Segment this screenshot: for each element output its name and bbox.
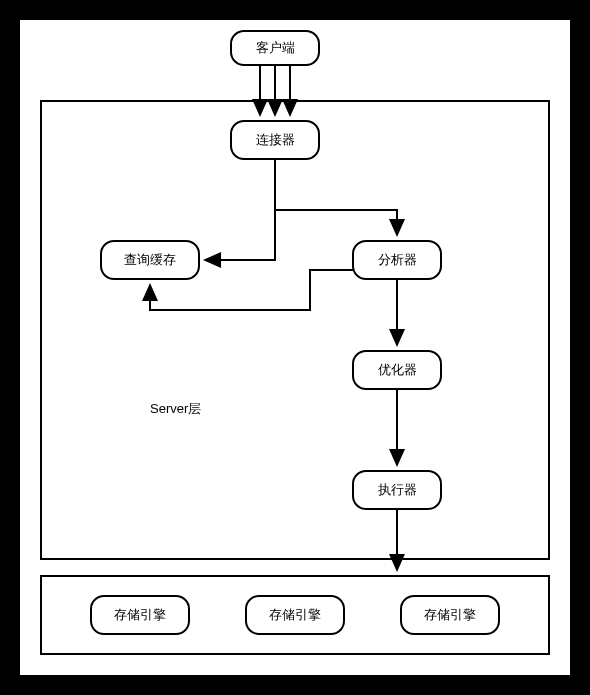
node-engine-3: 存储引擎 xyxy=(400,595,500,635)
node-executor: 执行器 xyxy=(352,470,442,510)
node-connector: 连接器 xyxy=(230,120,320,160)
node-cache-label: 查询缓存 xyxy=(124,251,176,269)
node-optimizer: 优化器 xyxy=(352,350,442,390)
server-layer-box xyxy=(40,100,550,560)
diagram-canvas: 客户端 Server层 连接器 查询缓存 分析器 优化器 执行器 存储引擎 存储… xyxy=(20,20,570,675)
node-executor-label: 执行器 xyxy=(378,481,417,499)
node-engine-1: 存储引擎 xyxy=(90,595,190,635)
node-optimizer-label: 优化器 xyxy=(378,361,417,379)
node-client: 客户端 xyxy=(230,30,320,66)
node-cache: 查询缓存 xyxy=(100,240,200,280)
node-engine-2: 存储引擎 xyxy=(245,595,345,635)
node-engine-1-label: 存储引擎 xyxy=(114,606,166,624)
server-layer-label: Server层 xyxy=(150,400,201,418)
node-analyzer: 分析器 xyxy=(352,240,442,280)
node-connector-label: 连接器 xyxy=(256,131,295,149)
node-engine-2-label: 存储引擎 xyxy=(269,606,321,624)
node-analyzer-label: 分析器 xyxy=(378,251,417,269)
node-client-label: 客户端 xyxy=(256,39,295,57)
node-engine-3-label: 存储引擎 xyxy=(424,606,476,624)
